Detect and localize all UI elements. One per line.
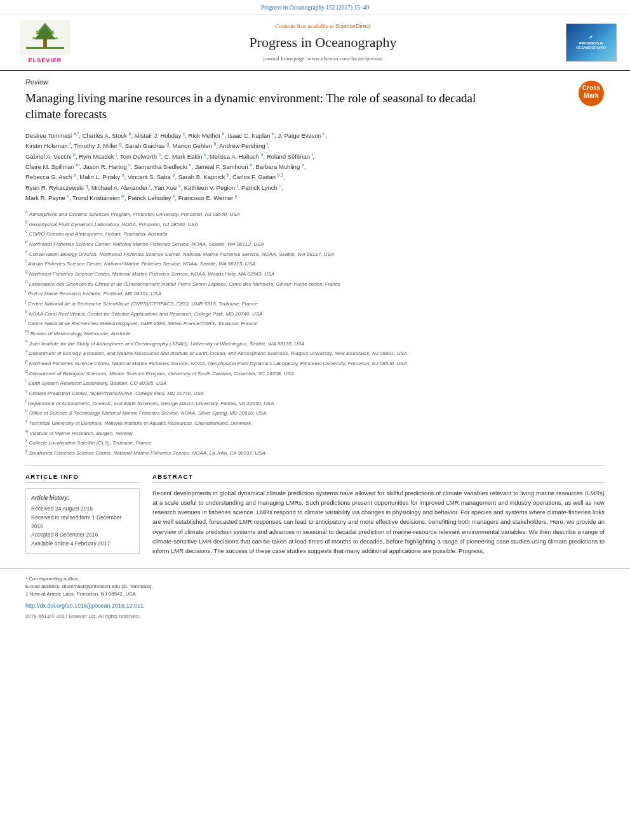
affiliation-g: g Northeast Fisheries Science Center, Na… bbox=[25, 269, 605, 278]
affiliation-y: y Southwest Fisheries Science Center, Na… bbox=[25, 448, 605, 457]
available-online-date: Available online 4 February 2017 bbox=[31, 540, 134, 549]
affiliation-j: j Centre National de la Recherche Scient… bbox=[25, 298, 605, 308]
author-line-5: Rebecca G. Asch a, Malin L. Pinsky o, Vi… bbox=[25, 173, 285, 180]
copyright-notice: 0079-6611/© 2017 Elsevier Ltd. All right… bbox=[25, 613, 605, 620]
affiliation-x: x Collecte Localisation Satellite (CLS),… bbox=[25, 437, 605, 447]
journal-citation: Progress in Oceanography 152 (2017) 15–4… bbox=[261, 4, 370, 11]
footer-section: * Corresponding author. E-mail address: … bbox=[0, 568, 630, 626]
affiliation-u: u Office of Science & Technology, Nation… bbox=[25, 408, 605, 417]
article-title: Managing living marine resources in a dy… bbox=[25, 91, 483, 122]
journal-cover-image: 🌊 PROGRESS INOCEANOGRAPHY bbox=[566, 23, 617, 62]
accepted-date: Accepted 8 December 2016 bbox=[31, 531, 134, 540]
affiliation-v: v Technical University of Denmark, Natio… bbox=[25, 418, 605, 427]
abstract-text: Recent developments in global dynamical … bbox=[152, 488, 605, 556]
email-footnote: E-mail address: dtommasi@princeton.edu (… bbox=[25, 583, 605, 590]
abstract-heading: Abstract bbox=[152, 472, 605, 483]
affiliation-q: q Department of Biological Sciences, Mar… bbox=[25, 368, 605, 378]
article-info-column: Article Info Article history: Received 2… bbox=[25, 472, 140, 556]
affiliation-t: t Department of Atmospheric, Oceanic, an… bbox=[25, 398, 605, 408]
author-line-1: Desiree Tommasi a,*, Charles A. Stock b,… bbox=[25, 132, 327, 139]
science-direct-info: Contents lists available at ScienceDirec… bbox=[85, 22, 561, 30]
journal-homepage: journal homepage: www.elsevier.com/locat… bbox=[85, 55, 561, 63]
affiliation-d: d Northwest Fisheries Science Center, Na… bbox=[25, 239, 605, 248]
article-info-heading: Article Info bbox=[25, 472, 140, 483]
author-line-3: Gabriel A. Vecchi b, Rym Msadek j, Tom D… bbox=[25, 153, 314, 160]
journal-title: Progress in Oceanography bbox=[85, 33, 561, 53]
elsevier-label: ELSEVIER bbox=[29, 57, 62, 65]
received-revised-date: Received in revised form 1 December 2016 bbox=[31, 514, 134, 531]
article-body: Cross Mark Review Managing living marine… bbox=[0, 71, 630, 562]
affiliation-k: k NOAA Coral Reef Watch, Center for Sate… bbox=[25, 309, 605, 318]
svg-point-5 bbox=[36, 30, 39, 33]
corresponding-label: * Corresponding author. bbox=[25, 575, 605, 583]
doi-link[interactable]: http://dx.doi.org/10.1016/j.pocean.2016.… bbox=[25, 602, 605, 610]
affiliation-b: b Geophysical Fluid Dynamics Laboratory,… bbox=[25, 219, 605, 229]
crossmark-section: Cross Mark bbox=[578, 80, 605, 109]
journal-header: ELSEVIER Contents lists available at Sci… bbox=[0, 15, 630, 71]
svg-text:Cross: Cross bbox=[582, 84, 601, 91]
affiliation-s: s Climate Prediction Center, NCEP/NWS/NO… bbox=[25, 388, 605, 397]
affiliation-c: c CSIRO Oceans and Atmosphere, Hobart, T… bbox=[25, 229, 605, 238]
section-divider bbox=[25, 465, 605, 466]
affiliation-p: p Northeast Fisheries Science Center, Na… bbox=[25, 358, 605, 368]
science-direct-link-text[interactable]: ScienceDirect bbox=[335, 23, 371, 29]
author-line-6: Ryan R. Rykaczewski q, Michael A. Alexan… bbox=[25, 184, 283, 191]
article-info-box: Article history: Received 24 August 2016… bbox=[25, 488, 140, 554]
affiliation-i: i Gulf of Maine Research Institute, Port… bbox=[25, 288, 605, 298]
svg-text:Mark: Mark bbox=[584, 92, 599, 99]
svg-point-7 bbox=[32, 37, 35, 39]
affiliation-w: w Institute of Marine Research, Bergen, … bbox=[25, 428, 605, 437]
history-label: Article history: bbox=[31, 494, 134, 503]
affiliation-h: h Laboratoire des Sciences du Climat et … bbox=[25, 279, 605, 288]
affiliation-f: f Alaska Fisheries Science Center, Natio… bbox=[25, 258, 605, 268]
affiliation-l: l Centre National de Recherches Météorol… bbox=[25, 318, 605, 328]
affiliation-n: n Joint Institute for the Study of Atmos… bbox=[25, 338, 605, 348]
journal-cover-section: 🌊 PROGRESS INOCEANOGRAPHY bbox=[566, 23, 620, 62]
abstract-column: Abstract Recent developments in global d… bbox=[152, 472, 605, 556]
affiliation-r: r Earth System Research Laboratory, Boul… bbox=[25, 378, 605, 387]
svg-point-6 bbox=[51, 30, 54, 33]
crossmark-icon: Cross Mark bbox=[578, 80, 605, 107]
corresponding-author-note: * Corresponding author. E-mail address: … bbox=[25, 575, 605, 598]
page: Progress in Oceanography 152 (2017) 15–4… bbox=[0, 0, 630, 840]
received-date: Received 24 August 2016 bbox=[31, 505, 134, 514]
cover-title: PROGRESS INOCEANOGRAPHY bbox=[576, 41, 607, 50]
section-label: Review bbox=[25, 77, 605, 87]
svg-point-8 bbox=[55, 37, 58, 39]
elsevier-logo: ELSEVIER bbox=[10, 20, 80, 65]
info-abstract-section: Article Info Article history: Received 2… bbox=[25, 472, 605, 556]
author-line-4: Claire M. Spillman m, Jason R. Hartog c,… bbox=[25, 163, 305, 170]
svg-rect-2 bbox=[43, 38, 47, 48]
journal-header-center: Contents lists available at ScienceDirec… bbox=[85, 22, 561, 63]
journal-citation-bar: Progress in Oceanography 152 (2017) 15–4… bbox=[0, 0, 630, 15]
elsevier-logo-section: ELSEVIER bbox=[10, 20, 80, 65]
affiliation-o: o Department of Ecology, Evolution, and … bbox=[25, 348, 605, 357]
affiliation-m: m Bureau of Meteorology, Melbourne, Aust… bbox=[25, 328, 605, 338]
footnote-1: 1 Now at Arable Labs, Princeton, NJ 0854… bbox=[25, 590, 605, 598]
affiliation-a: a Atmospheric and Oceanic Sciences Progr… bbox=[25, 209, 605, 218]
author-line-7: Mark R. Payne v, Trond Kristiansen w, Pa… bbox=[25, 194, 237, 201]
elsevier-tree-icon bbox=[20, 20, 70, 55]
authors-block: Desiree Tommasi a,*, Charles A. Stock b,… bbox=[25, 130, 605, 203]
affiliations-block: a Atmospheric and Oceanic Sciences Progr… bbox=[25, 209, 605, 457]
author-line-2: Kirstin Holsman f, Timothy J. Miller g, … bbox=[25, 142, 269, 149]
affiliation-e: e Conservation Biology Division, Northwe… bbox=[25, 249, 605, 258]
